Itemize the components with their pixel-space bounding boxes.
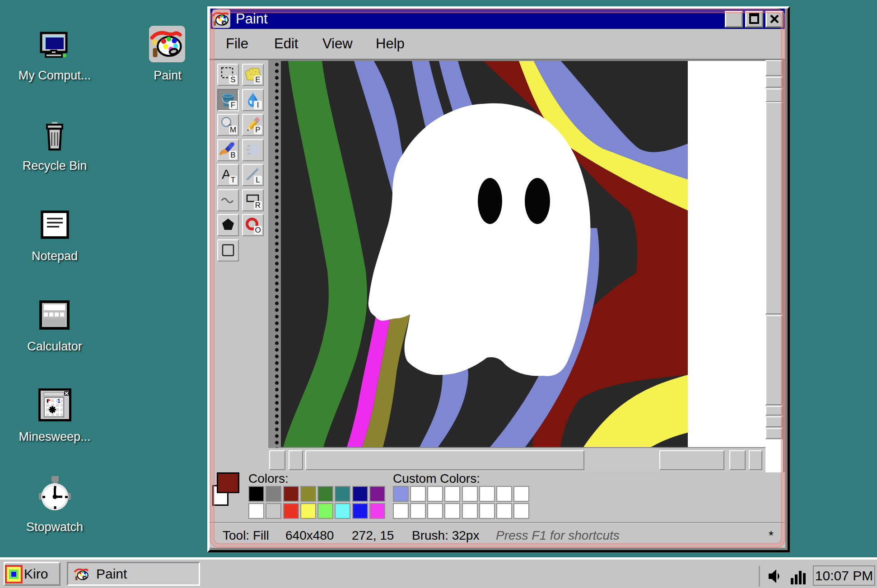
svg-text:1: 1: [57, 398, 61, 404]
